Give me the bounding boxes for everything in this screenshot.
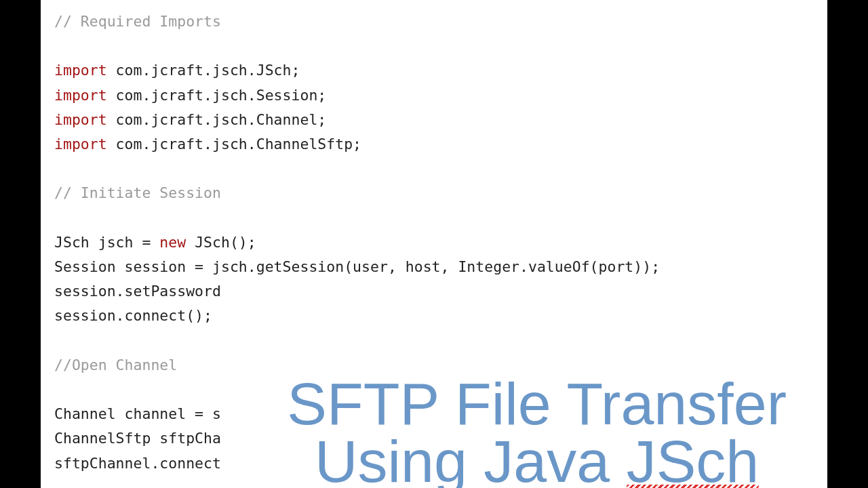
keyword-import: import [54,87,107,104]
import-jsch: com.jcraft.jsch.JSch; [107,62,300,79]
keyword-import: import [54,136,107,152]
import-channelsftp: com.jcraft.jsch.ChannelSftp; [107,136,361,152]
setpassword-line: session.setPassword [54,283,221,300]
black-bar-right [827,0,868,488]
keyword-import: import [54,62,107,79]
keyword-import: import [54,111,107,128]
comment-required-imports: // Required Imports [54,13,221,30]
import-session: com.jcraft.jsch.Session; [107,87,327,104]
code-block: // Required Imports import com.jcraft.js… [54,9,814,476]
sftp-connect-line: sftpChannel.connect [54,455,221,472]
channel-line: Channel channel = s [54,405,221,422]
connect-line: session.connect(); [54,307,212,324]
comment-open-channel: //Open Channel [54,357,177,373]
code-panel: // Required Imports import com.jcraft.js… [41,0,827,488]
black-bar-left [0,0,41,488]
session-line: Session session = jsch.getSession(user, … [54,258,660,275]
jsch-decl-a: JSch jsch = [54,234,159,251]
sftp-channel-line: ChannelSftp sftpCha [54,430,221,447]
jsch-decl-b: JSch(); [186,234,256,251]
comment-initiate-session: // Initiate Session [54,184,221,201]
stage: // Required Imports import com.jcraft.js… [0,0,868,488]
keyword-new: new [159,234,186,251]
import-channel: com.jcraft.jsch.Channel; [107,111,327,128]
